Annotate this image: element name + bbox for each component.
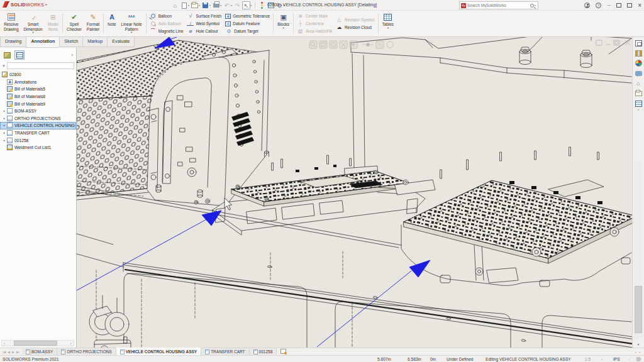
tree-item-bom8[interactable]: Bill of Materials8 [0,93,76,101]
search-icon[interactable] [530,4,534,8]
tables-button[interactable]: Tables ▾ [380,11,396,36]
save-dropdown[interactable]: ▾ [209,4,211,7]
note-button[interactable]: A Note [105,11,119,36]
redo-button[interactable]: ↷ [233,1,242,9]
search-box[interactable]: My ▾ [459,1,538,9]
minimize-button[interactable]: — [607,3,611,7]
center-mark-button[interactable]: ⊕Center Mark [297,13,332,19]
user-account-icon[interactable] [584,3,590,8]
window-layout-button[interactable] [616,3,621,8]
expand-arrow-icon[interactable]: ▸ [2,117,7,120]
sheet-tab-vehicle-control-housing-assy[interactable]: VEHICLE CONTROL HOUSING ASSY [116,348,201,355]
sheet-tab-transfer-cart[interactable]: TRANSFER CART [201,348,249,355]
last-sheet-button[interactable]: ▶| [16,350,19,354]
display-pane-tab[interactable] [14,50,25,60]
panel-horizontal-scrollbar[interactable]: ‹ › [1,340,74,346]
balloon-button[interactable]: Balloon [150,13,184,19]
file-explorer-icon[interactable] [635,89,643,97]
select-dropdown[interactable]: ▾ [250,4,252,7]
blocks-dropdown[interactable]: ▾ [282,27,284,29]
scrollbar-track[interactable] [8,341,68,346]
feature-tree-tab[interactable] [2,50,12,60]
datum-feature-button[interactable]: ADatum Feature [225,20,270,27]
close-button[interactable]: × [638,2,641,9]
leader-arrowhead[interactable] [409,260,430,277]
unit-system[interactable]: IPS [613,357,620,361]
task-pane-collapse-icon[interactable]: ^ [633,109,644,112]
expand-arrow-icon[interactable]: ▸ [2,131,7,134]
undo-dropdown[interactable]: ▾ [231,4,232,7]
linear-note-pattern-button[interactable]: AAA Linear NotePattern ▾ [119,11,145,36]
area-hatch-fill-button[interactable]: ▨Area Hatch/Fill [297,28,332,35]
expand-arrow-icon[interactable]: ▸ [2,109,7,112]
revision-symbol-button[interactable]: △Revision Symbol [336,16,375,23]
tree-item-bom9[interactable]: Bill of Materials9 [0,100,76,107]
expand-arrow-icon[interactable]: ▸ [2,124,7,127]
sheet-scroll-right-icon[interactable]: › [639,350,640,354]
tab-sketch[interactable]: Sketch [59,37,82,47]
scroll-left-icon[interactable]: ‹ [2,341,8,345]
help-button[interactable]: ? [596,3,601,8]
search-dropdown[interactable]: ▾ [535,4,536,7]
sheet-scroll-left-icon[interactable]: ‹ [635,350,636,354]
scroll-right-icon[interactable]: › [68,341,74,345]
expand-arrow-icon[interactable]: ▸ [2,139,7,142]
drawing-canvas[interactable] [77,37,632,348]
tree-root[interactable]: 02800 [0,71,76,79]
geometric-tolerance-button[interactable]: ⊕Geometric Tolerance [225,13,270,19]
prev-sheet-button[interactable]: ◀ [8,350,10,354]
sheet-tab-001258[interactable]: 001258 [250,348,277,355]
hole-callout-button[interactable]: ⌀Hole Callout [187,28,221,35]
open-dropdown[interactable]: ▾ [199,4,200,7]
comments-icon[interactable] [635,69,643,77]
add-sheet-button[interactable] [280,349,286,354]
tree-item-weldment-cut-list[interactable]: Weldment Cut List1 [0,144,76,151]
solidworks-resources-icon[interactable]: ⌂ [635,79,643,87]
filter-input[interactable] [7,62,74,69]
blocks-button[interactable]: ▣ Blocks ▾ [275,11,292,36]
undo-button[interactable]: ↶ [223,1,231,9]
magnetic-line-button[interactable]: ⌒Magnetic Line [150,28,184,35]
smart-dimension-button[interactable]: ↔ SmartDimension ▾ [21,11,45,36]
print-button[interactable] [212,1,220,9]
save-button[interactable] [201,1,209,9]
weld-symbol-button[interactable]: /Weld Symbol [187,20,221,27]
rebuild-button[interactable] [258,1,266,9]
new-file-button[interactable] [180,1,188,9]
tree-item-ortho-projections[interactable]: ▸ ORTHO PROJECTIONS [0,115,76,123]
leader-arrowhead[interactable] [202,211,221,226]
filter-funnel-icon[interactable]: ▼ [2,64,6,68]
auto-balloon-button[interactable]: Auto Balloon [150,20,184,27]
tab-drawing[interactable]: Drawing [0,37,26,47]
datum-target-button[interactable]: ⊙Datum Target [225,28,270,35]
appearances-scenes-icon[interactable] [635,59,643,67]
open-file-button[interactable] [191,1,199,9]
restore-button[interactable] [627,3,632,8]
tables-dropdown[interactable]: ▾ [387,27,389,29]
graphics-area[interactable] [77,37,632,348]
tab-markup[interactable]: Markup [82,37,107,47]
tree-item-vehicle-control-housing-assy[interactable]: ▸ VEHICLE CONTROL HOUSING ASSY [0,122,76,129]
spell-checker-button[interactable]: ✔ SpellChecker [64,11,84,36]
quick-tip-icon[interactable] [636,357,641,361]
vertical-scrollbar-thumb[interactable] [635,286,642,333]
headsup-view-toolbar[interactable] [309,41,393,48]
select-tool-button[interactable]: ↖ [242,1,250,9]
panel-expand-chevron-icon[interactable]: › [72,53,74,57]
next-sheet-button[interactable]: ▶ [12,350,14,354]
canvas-vertical-scrollbar[interactable] [635,160,642,339]
tree-item-transfer-cart[interactable]: ▸ TRANSFER CART [0,129,76,137]
new-dropdown[interactable]: ▾ [188,4,189,7]
home-button[interactable]: ⌂ [171,1,179,9]
format-painter-button[interactable]: ✎ FormatPainter [84,11,102,36]
resolve-drawing-button[interactable]: ResolveDrawing [1,11,21,36]
first-sheet-button[interactable]: |◀ [3,350,6,354]
sheet-scale[interactable]: 1:5 [585,357,591,361]
search-input[interactable] [467,3,529,8]
scroll-down-icon[interactable]: ▼ [633,343,644,346]
logo-flyout-icon[interactable]: ▸ [45,4,47,6]
centerline-button[interactable]: ┼Centerline [297,20,332,27]
revision-cloud-button[interactable]: ☁Revision Cloud [336,24,375,31]
print-dropdown[interactable]: ▾ [220,4,221,7]
tree-item-001258[interactable]: ▸ 001258 [0,136,76,144]
